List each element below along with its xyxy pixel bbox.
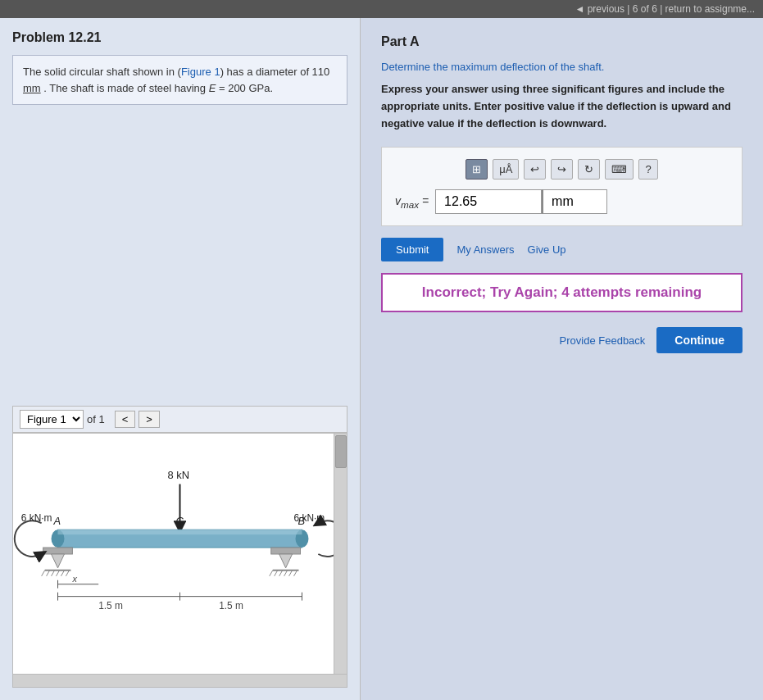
button-row: Submit My Answers Give Up: [381, 238, 743, 261]
description-text-before: The solid circular shaft shown in (: [23, 66, 181, 78]
incorrect-banner: Incorrect; Try Again; 4 attempts remaini…: [381, 273, 743, 312]
my-answers-link[interactable]: My Answers: [456, 243, 514, 256]
svg-text:6 kN·m: 6 kN·m: [21, 512, 52, 524]
svg-text:1.5 m: 1.5 m: [219, 600, 243, 611]
figure-link[interactable]: Figure 1: [181, 66, 220, 78]
svg-text:1.5 m: 1.5 m: [98, 600, 123, 611]
toolbar-mu-btn[interactable]: μÅ: [493, 159, 519, 180]
provide-feedback-link[interactable]: Provide Feedback: [560, 334, 646, 347]
answer-box: ⊞ μÅ ↩ ↪ ↻ ⌨ ? vmax =: [381, 147, 743, 226]
figure-prev-button[interactable]: <: [115, 411, 136, 428]
top-bar: ◄ previous | 6 of 6 | return to assignme…: [0, 0, 763, 18]
problem-description: The solid circular shaft shown in (Figur…: [12, 55, 347, 105]
figure-scrollbar[interactable]: [334, 434, 347, 674]
figure-of: of 1: [87, 413, 105, 425]
figure-controls: Figure 1 of 1 < >: [12, 406, 347, 433]
unit-input[interactable]: [542, 189, 607, 214]
figure-next-button[interactable]: >: [139, 411, 160, 428]
toolbar-refresh-btn[interactable]: ↻: [578, 159, 600, 180]
left-panel: Problem 12.21 The solid circular shaft s…: [0, 18, 361, 700]
toolbar-undo-btn[interactable]: ↩: [524, 159, 546, 180]
figure-hscrollbar: [12, 675, 347, 688]
figure-svg: 8 kN: [13, 434, 347, 674]
top-bar-text: ◄ previous | 6 of 6 | return to assignme…: [575, 3, 755, 15]
figure-select[interactable]: Figure 1: [20, 410, 84, 429]
svg-rect-5: [58, 530, 302, 534]
problem-title: Problem 12.21: [12, 30, 347, 45]
main-container: Problem 12.21 The solid circular shaft s…: [0, 18, 763, 700]
toolbar-redo-btn[interactable]: ↪: [551, 159, 573, 180]
svg-text:6 kN·m: 6 kN·m: [294, 512, 325, 524]
svg-rect-6: [43, 548, 73, 554]
part-title: Part A: [381, 34, 743, 49]
figure-area: 8 kN: [12, 433, 347, 675]
svg-text:x: x: [71, 574, 77, 584]
submit-button[interactable]: Submit: [381, 238, 443, 261]
toolbar: ⊞ μÅ ↩ ↪ ↻ ⌨ ?: [395, 159, 729, 180]
toolbar-keyboard-btn[interactable]: ⌨: [605, 159, 634, 180]
svg-rect-15: [271, 548, 301, 554]
input-row: vmax =: [395, 189, 729, 214]
svg-text:C: C: [176, 515, 184, 527]
answer-input[interactable]: [435, 189, 542, 214]
input-label: vmax =: [395, 194, 429, 210]
feedback-row: Provide Feedback Continue: [381, 327, 743, 353]
scrollbar-thumb: [335, 435, 347, 468]
toolbar-grid-btn[interactable]: ⊞: [466, 159, 488, 180]
give-up-link[interactable]: Give Up: [528, 243, 566, 256]
continue-button[interactable]: Continue: [656, 327, 743, 353]
figure-content: 8 kN: [13, 434, 347, 674]
part-description: Express your answer using three signific…: [381, 81, 743, 132]
right-panel: Part A Determine the maximum deflection …: [361, 18, 763, 700]
svg-text:A: A: [53, 515, 61, 527]
toolbar-help-btn[interactable]: ?: [638, 159, 657, 180]
part-instruction: Determine the maximum deflection of the …: [381, 61, 743, 73]
load-top-label: 8 kN: [168, 469, 190, 481]
